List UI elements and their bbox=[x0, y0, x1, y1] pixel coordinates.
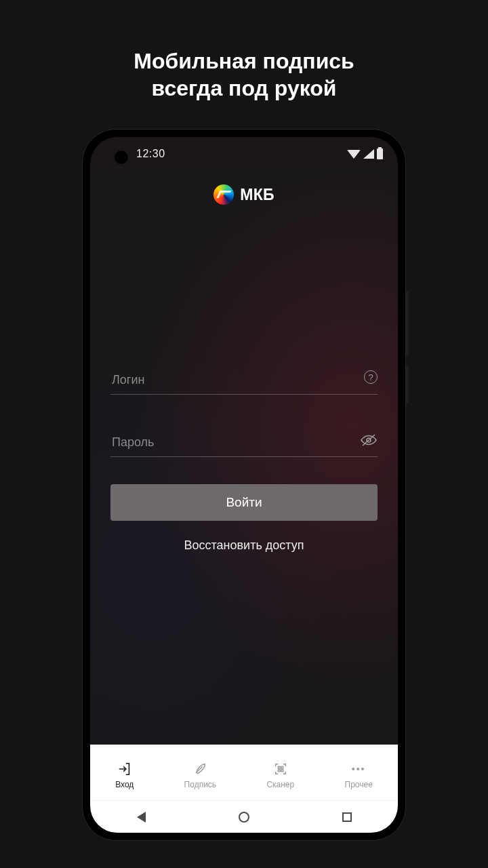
svg-rect-4 bbox=[278, 770, 280, 772]
tab-signature[interactable]: Подпись bbox=[184, 761, 217, 789]
page-title: Мобильная подпись всегда под рукой bbox=[134, 47, 354, 102]
clock: 12:30 bbox=[136, 148, 165, 160]
login-field-wrap: ? bbox=[110, 368, 378, 395]
page-title-line1: Мобильная подпись bbox=[134, 49, 354, 73]
svg-rect-3 bbox=[281, 766, 283, 768]
tab-more[interactable]: ••• Прочее bbox=[345, 761, 373, 789]
phone-screen: 12:30 МКБ ? bbox=[90, 137, 398, 833]
eye-off-icon[interactable] bbox=[360, 433, 378, 450]
login-input[interactable] bbox=[112, 373, 354, 387]
nav-recent-icon[interactable] bbox=[342, 812, 352, 822]
recover-access-link[interactable]: Восстановить доступ bbox=[110, 538, 378, 553]
bottom-area: Вход Подпись bbox=[90, 745, 398, 833]
camera-cutout bbox=[115, 151, 128, 164]
wifi-icon bbox=[347, 150, 361, 159]
cell-signal-icon bbox=[363, 149, 374, 159]
tab-label: Подпись bbox=[184, 780, 217, 789]
power-button bbox=[406, 366, 409, 403]
svg-line-1 bbox=[363, 435, 375, 446]
brand-header: МКБ bbox=[110, 184, 378, 205]
login-form: ? Войти Восстановить дос bbox=[110, 368, 378, 553]
system-nav-bar bbox=[90, 800, 398, 833]
brand-logo-icon bbox=[214, 184, 234, 205]
qr-scan-icon bbox=[272, 761, 289, 777]
svg-rect-5 bbox=[281, 770, 283, 772]
phone-frame: 12:30 МКБ ? bbox=[82, 129, 406, 841]
tab-label: Сканер bbox=[266, 780, 294, 789]
password-input[interactable] bbox=[112, 435, 354, 450]
svg-rect-2 bbox=[278, 766, 280, 768]
page-title-line2: всегда под рукой bbox=[152, 76, 337, 100]
tab-label: Вход bbox=[115, 780, 134, 789]
login-button[interactable]: Войти bbox=[110, 484, 378, 521]
nav-home-icon[interactable] bbox=[239, 812, 249, 823]
brand-name: МКБ bbox=[240, 186, 274, 204]
password-field-wrap bbox=[110, 430, 378, 457]
nav-back-icon[interactable] bbox=[137, 812, 146, 823]
status-icons bbox=[347, 149, 383, 159]
tab-label: Прочее bbox=[345, 780, 373, 789]
status-bar: 12:30 bbox=[90, 137, 398, 165]
more-icon: ••• bbox=[350, 761, 367, 777]
battery-icon bbox=[377, 149, 383, 159]
feather-icon bbox=[192, 761, 208, 777]
tab-scanner[interactable]: Сканер bbox=[266, 761, 294, 789]
enter-icon bbox=[117, 761, 133, 777]
tab-login[interactable]: Вход bbox=[115, 761, 134, 789]
tab-bar: Вход Подпись bbox=[90, 745, 398, 800]
help-icon[interactable]: ? bbox=[364, 370, 378, 384]
phone-mockup: 12:30 МКБ ? bbox=[82, 129, 406, 841]
app-screen: МКБ ? bbox=[90, 165, 398, 745]
volume-button bbox=[406, 292, 409, 356]
